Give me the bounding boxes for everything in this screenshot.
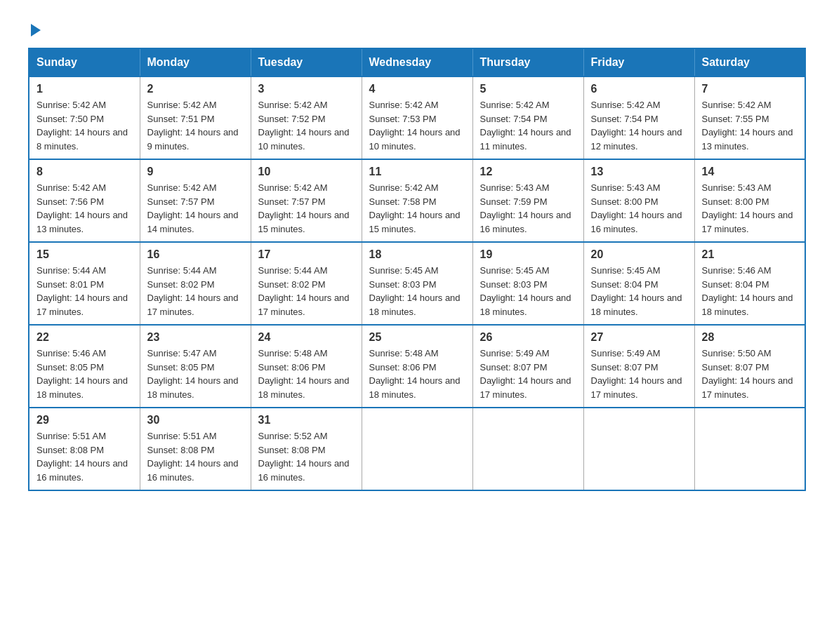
calendar-cell: 19 Sunrise: 5:45 AMSunset: 8:03 PMDaylig… [472, 242, 583, 325]
day-number: 19 [480, 248, 576, 261]
day-number: 25 [369, 331, 465, 344]
day-info: Sunrise: 5:51 AMSunset: 8:08 PMDaylight:… [147, 429, 244, 484]
day-info: Sunrise: 5:52 AMSunset: 8:08 PMDaylight:… [258, 429, 355, 484]
calendar-cell: 9 Sunrise: 5:42 AMSunset: 7:57 PMDayligh… [140, 159, 251, 242]
day-number: 12 [480, 166, 576, 178]
day-info: Sunrise: 5:46 AMSunset: 8:04 PMDaylight:… [702, 264, 798, 318]
calendar-cell: 14 Sunrise: 5:43 AMSunset: 8:00 PMDaylig… [694, 159, 805, 242]
calendar-cell: 28 Sunrise: 5:50 AMSunset: 8:07 PMDaylig… [694, 325, 805, 408]
weekday-header-wednesday: Wednesday [362, 48, 472, 76]
weekday-header-saturday: Saturday [694, 48, 805, 76]
calendar-cell: 2 Sunrise: 5:42 AMSunset: 7:51 PMDayligh… [140, 76, 251, 159]
day-number: 6 [591, 83, 687, 95]
day-number: 20 [591, 248, 687, 261]
day-number: 29 [37, 414, 133, 427]
day-info: Sunrise: 5:47 AMSunset: 8:05 PMDaylight:… [147, 347, 244, 401]
day-info: Sunrise: 5:49 AMSunset: 8:07 PMDaylight:… [480, 347, 576, 401]
day-info: Sunrise: 5:50 AMSunset: 8:07 PMDaylight:… [702, 347, 798, 401]
day-info: Sunrise: 5:42 AMSunset: 7:54 PMDaylight:… [480, 98, 576, 153]
day-info: Sunrise: 5:51 AMSunset: 8:08 PMDaylight:… [37, 429, 133, 484]
calendar-body: 1 Sunrise: 5:42 AMSunset: 7:50 PMDayligh… [29, 76, 805, 490]
day-info: Sunrise: 5:42 AMSunset: 7:54 PMDaylight:… [591, 98, 687, 153]
day-number: 18 [369, 248, 465, 261]
calendar-cell: 30 Sunrise: 5:51 AMSunset: 8:08 PMDaylig… [140, 408, 251, 490]
calendar-cell: 13 Sunrise: 5:43 AMSunset: 8:00 PMDaylig… [583, 159, 694, 242]
calendar-header: SundayMondayTuesdayWednesdayThursdayFrid… [29, 48, 805, 76]
day-number: 3 [258, 83, 355, 95]
calendar-cell: 4 Sunrise: 5:42 AMSunset: 7:53 PMDayligh… [362, 76, 472, 159]
day-info: Sunrise: 5:42 AMSunset: 7:57 PMDaylight:… [258, 181, 355, 236]
day-info: Sunrise: 5:46 AMSunset: 8:05 PMDaylight:… [37, 347, 133, 401]
day-info: Sunrise: 5:49 AMSunset: 8:07 PMDaylight:… [591, 347, 687, 401]
weekday-row: SundayMondayTuesdayWednesdayThursdayFrid… [29, 48, 805, 76]
calendar-cell: 8 Sunrise: 5:42 AMSunset: 7:56 PMDayligh… [29, 159, 140, 242]
calendar-cell: 3 Sunrise: 5:42 AMSunset: 7:52 PMDayligh… [251, 76, 362, 159]
day-info: Sunrise: 5:44 AMSunset: 8:02 PMDaylight:… [258, 264, 355, 318]
day-number: 8 [37, 166, 133, 178]
day-number: 7 [702, 83, 798, 95]
calendar-cell: 23 Sunrise: 5:47 AMSunset: 8:05 PMDaylig… [140, 325, 251, 408]
weekday-header-thursday: Thursday [472, 48, 583, 76]
calendar-week-1: 1 Sunrise: 5:42 AMSunset: 7:50 PMDayligh… [29, 76, 805, 159]
logo-arrow-icon [31, 24, 41, 36]
calendar-cell: 24 Sunrise: 5:48 AMSunset: 8:06 PMDaylig… [251, 325, 362, 408]
calendar-cell: 29 Sunrise: 5:51 AMSunset: 8:08 PMDaylig… [29, 408, 140, 490]
calendar-cell: 26 Sunrise: 5:49 AMSunset: 8:07 PMDaylig… [472, 325, 583, 408]
calendar-cell: 15 Sunrise: 5:44 AMSunset: 8:01 PMDaylig… [29, 242, 140, 325]
day-number: 11 [369, 166, 465, 178]
calendar-cell: 20 Sunrise: 5:45 AMSunset: 8:04 PMDaylig… [583, 242, 694, 325]
calendar-cell [472, 408, 583, 490]
calendar-cell: 5 Sunrise: 5:42 AMSunset: 7:54 PMDayligh… [472, 76, 583, 159]
calendar-cell: 17 Sunrise: 5:44 AMSunset: 8:02 PMDaylig… [251, 242, 362, 325]
day-info: Sunrise: 5:43 AMSunset: 8:00 PMDaylight:… [591, 181, 687, 236]
day-info: Sunrise: 5:42 AMSunset: 7:58 PMDaylight:… [369, 181, 465, 236]
day-number: 13 [591, 166, 687, 178]
day-number: 15 [37, 248, 133, 261]
day-number: 2 [147, 83, 244, 95]
day-number: 17 [258, 248, 355, 261]
logo [28, 21, 41, 34]
day-info: Sunrise: 5:45 AMSunset: 8:03 PMDaylight:… [369, 264, 465, 318]
day-info: Sunrise: 5:42 AMSunset: 7:55 PMDaylight:… [702, 98, 798, 153]
day-number: 28 [702, 331, 798, 344]
calendar-cell: 22 Sunrise: 5:46 AMSunset: 8:05 PMDaylig… [29, 325, 140, 408]
calendar-table: SundayMondayTuesdayWednesdayThursdayFrid… [28, 48, 806, 491]
day-info: Sunrise: 5:45 AMSunset: 8:03 PMDaylight:… [480, 264, 576, 318]
calendar-cell: 18 Sunrise: 5:45 AMSunset: 8:03 PMDaylig… [362, 242, 472, 325]
day-info: Sunrise: 5:42 AMSunset: 7:53 PMDaylight:… [369, 98, 465, 153]
day-number: 5 [480, 83, 576, 95]
calendar-cell [583, 408, 694, 490]
day-number: 30 [147, 414, 244, 427]
day-number: 14 [702, 166, 798, 178]
day-info: Sunrise: 5:45 AMSunset: 8:04 PMDaylight:… [591, 264, 687, 318]
day-info: Sunrise: 5:42 AMSunset: 7:57 PMDaylight:… [147, 181, 244, 236]
weekday-header-friday: Friday [583, 48, 694, 76]
calendar-week-2: 8 Sunrise: 5:42 AMSunset: 7:56 PMDayligh… [29, 159, 805, 242]
weekday-header-sunday: Sunday [29, 48, 140, 76]
day-number: 1 [37, 83, 133, 95]
calendar-cell: 31 Sunrise: 5:52 AMSunset: 8:08 PMDaylig… [251, 408, 362, 490]
day-info: Sunrise: 5:44 AMSunset: 8:01 PMDaylight:… [37, 264, 133, 318]
day-number: 21 [702, 248, 798, 261]
calendar-week-3: 15 Sunrise: 5:44 AMSunset: 8:01 PMDaylig… [29, 242, 805, 325]
calendar-cell: 11 Sunrise: 5:42 AMSunset: 7:58 PMDaylig… [362, 159, 472, 242]
calendar-cell: 25 Sunrise: 5:48 AMSunset: 8:06 PMDaylig… [362, 325, 472, 408]
calendar-cell: 7 Sunrise: 5:42 AMSunset: 7:55 PMDayligh… [694, 76, 805, 159]
day-info: Sunrise: 5:42 AMSunset: 7:52 PMDaylight:… [258, 98, 355, 153]
calendar-cell: 1 Sunrise: 5:42 AMSunset: 7:50 PMDayligh… [29, 76, 140, 159]
day-number: 27 [591, 331, 687, 344]
calendar-cell: 12 Sunrise: 5:43 AMSunset: 7:59 PMDaylig… [472, 159, 583, 242]
day-number: 23 [147, 331, 244, 344]
day-number: 9 [147, 166, 244, 178]
day-number: 16 [147, 248, 244, 261]
day-info: Sunrise: 5:48 AMSunset: 8:06 PMDaylight:… [369, 347, 465, 401]
calendar-week-4: 22 Sunrise: 5:46 AMSunset: 8:05 PMDaylig… [29, 325, 805, 408]
day-info: Sunrise: 5:48 AMSunset: 8:06 PMDaylight:… [258, 347, 355, 401]
weekday-header-tuesday: Tuesday [251, 48, 362, 76]
calendar-cell [694, 408, 805, 490]
calendar-cell: 27 Sunrise: 5:49 AMSunset: 8:07 PMDaylig… [583, 325, 694, 408]
day-number: 26 [480, 331, 576, 344]
day-number: 4 [369, 83, 465, 95]
page-header [28, 21, 806, 34]
calendar-cell [362, 408, 472, 490]
